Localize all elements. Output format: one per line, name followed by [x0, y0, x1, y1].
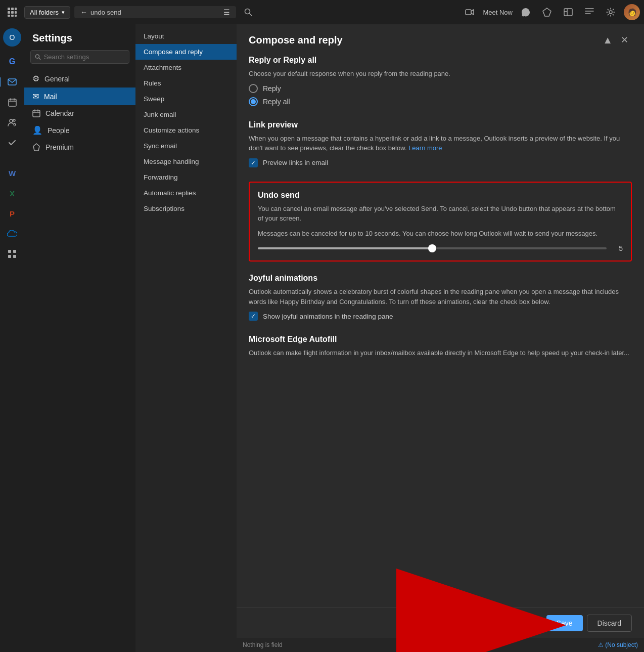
avatar[interactable]: 🧑: [624, 4, 640, 20]
sidebar-item-outlook[interactable]: O: [3, 28, 21, 47]
submenu-rules[interactable]: Rules: [135, 75, 237, 91]
topbar: All folders ▾ ← undo send ☰ Meet Now: [0, 0, 644, 24]
slider-value: 5: [613, 244, 623, 252]
save-button[interactable]: Save: [546, 615, 583, 631]
undo-send-desc1: You can cancel an email message after yo…: [258, 204, 623, 224]
panel-title: Compose and reply: [249, 34, 343, 46]
reply-section: Reply or Reply all Choose your default r…: [249, 56, 632, 106]
link-preview-section: Link preview When you open a message tha…: [249, 120, 632, 167]
submenu-subscriptions[interactable]: Subscriptions: [135, 201, 237, 216]
joyful-animations-check-icon[interactable]: ✓: [249, 312, 258, 321]
meet-now-button[interactable]: Meet Now: [483, 9, 513, 16]
sidebar-item-people[interactable]: [3, 113, 21, 132]
submenu-junk-email[interactable]: Junk email: [135, 107, 237, 122]
svg-rect-1: [11, 8, 14, 10]
radio-reply-all[interactable]: Reply all: [249, 97, 632, 106]
submenu-attachments[interactable]: Attachments: [135, 60, 237, 75]
ribbon-icon[interactable]: [581, 4, 597, 20]
radio-reply-circle[interactable]: [249, 84, 258, 93]
sidebar-item-onedrive[interactable]: [3, 225, 21, 243]
submenu-customize-actions[interactable]: Customize actions: [135, 122, 237, 138]
sidebar-item-google[interactable]: G: [3, 53, 21, 71]
nav-people-label: People: [48, 126, 70, 135]
sidebar-item-mail[interactable]: [3, 73, 21, 91]
sidebar-item-word[interactable]: W: [3, 164, 21, 182]
nav-item-people[interactable]: 👤 People: [24, 121, 135, 139]
back-arrow-icon: ←: [80, 8, 87, 16]
skype-icon[interactable]: [518, 4, 534, 20]
nav-item-premium[interactable]: Premium: [24, 139, 135, 155]
undo-send-bar[interactable]: ← undo send ☰: [74, 6, 236, 18]
svg-point-16: [609, 11, 612, 14]
panel-header: Compose and reply ▲ ✕: [237, 24, 644, 48]
submenu-sweep[interactable]: Sweep: [135, 91, 237, 107]
nav-mail-label: Mail: [44, 93, 57, 101]
svg-rect-3: [8, 11, 10, 14]
preview-links-check-icon[interactable]: ✓: [249, 158, 258, 167]
learn-more-link[interactable]: Learn more: [408, 144, 442, 152]
radio-reply[interactable]: Reply: [249, 84, 632, 93]
svg-marker-12: [543, 8, 551, 16]
sidebar-item-apps[interactable]: [3, 245, 21, 263]
svg-rect-24: [8, 250, 11, 253]
svg-rect-26: [8, 255, 11, 258]
settings-title: Settings: [24, 32, 135, 50]
panel-scrollable[interactable]: Reply or Reply all Choose your default r…: [237, 48, 644, 607]
radio-reply-all-circle[interactable]: [249, 97, 258, 106]
nav-item-mail[interactable]: ✉ Mail: [24, 88, 135, 105]
layout-icon[interactable]: [560, 4, 576, 20]
edge-autofill-title: Microsoft Edge Autofill: [249, 335, 632, 344]
search-settings-input[interactable]: [44, 53, 125, 61]
scroll-up-icon[interactable]: ▲: [603, 34, 613, 46]
submenu-forwarding[interactable]: Forwarding: [135, 169, 237, 185]
mail-icon: ✉: [32, 92, 39, 101]
submenu-message-handling[interactable]: Message handling: [135, 154, 237, 169]
undo-send-text: undo send: [90, 9, 121, 16]
nav-premium-label: Premium: [45, 143, 74, 151]
undo-send-slider[interactable]: [258, 247, 607, 249]
settings-icon[interactable]: [603, 4, 619, 20]
svg-line-10: [250, 14, 252, 16]
sidebar-item-excel[interactable]: X: [3, 184, 21, 202]
bottom-area: Save Discard: [237, 607, 644, 638]
svg-point-22: [10, 119, 13, 122]
search-icon[interactable]: [240, 4, 256, 20]
topbar-right: Meet Now: [462, 4, 640, 20]
sidebar-item-powerpoint[interactable]: P: [3, 204, 21, 223]
video-icon[interactable]: [462, 4, 478, 20]
submenu-sync-email[interactable]: Sync email: [135, 138, 237, 154]
discard-button[interactable]: Discard: [587, 615, 632, 632]
nav-item-calendar[interactable]: Calendar: [24, 105, 135, 121]
close-button[interactable]: ✕: [617, 32, 632, 48]
submenu-compose-reply[interactable]: Compose and reply: [135, 44, 237, 60]
search-settings-container[interactable]: [30, 50, 129, 64]
filter-icon: ☰: [223, 8, 230, 16]
gear-icon: ⚙: [32, 74, 39, 83]
slider-thumb[interactable]: [428, 244, 436, 252]
people-icon: 👤: [32, 125, 42, 135]
submenu-automatic-replies[interactable]: Automatic replies: [135, 185, 237, 201]
diamond-icon[interactable]: [539, 4, 555, 20]
waffle-icon[interactable]: [4, 4, 20, 20]
svg-line-29: [39, 58, 40, 59]
submenu-layout[interactable]: Layout: [135, 28, 237, 44]
joyful-animations-title: Joyful animations: [249, 274, 632, 283]
no-subject-label: ⚠ (No subject): [598, 641, 638, 648]
topbar-left: All folders ▾ ← undo send ☰: [4, 4, 457, 20]
edge-autofill-desc: Outlook can make flight information in y…: [249, 348, 632, 358]
nav-item-general[interactable]: ⚙ General: [24, 70, 135, 88]
joyful-animations-checkbox[interactable]: ✓ Show joyful animations in the reading …: [249, 312, 632, 321]
sidebar-item-calendar[interactable]: [3, 93, 21, 111]
svg-point-23: [13, 119, 15, 121]
folder-dropdown[interactable]: All folders ▾: [24, 6, 70, 19]
edge-autofill-section: Microsoft Edge Autofill Outlook can make…: [249, 335, 632, 358]
reply-section-title: Reply or Reply all: [249, 56, 632, 65]
preview-links-checkbox[interactable]: ✓ Preview links in email: [249, 158, 632, 167]
radio-reply-label: Reply: [263, 84, 281, 93]
joyful-animations-label: Show joyful animations in the reading pa…: [263, 313, 393, 320]
svg-rect-5: [15, 11, 17, 14]
svg-rect-7: [11, 15, 14, 17]
svg-rect-17: [8, 79, 16, 85]
sidebar-item-tasks[interactable]: [3, 134, 21, 152]
main-body: O G: [0, 24, 644, 652]
